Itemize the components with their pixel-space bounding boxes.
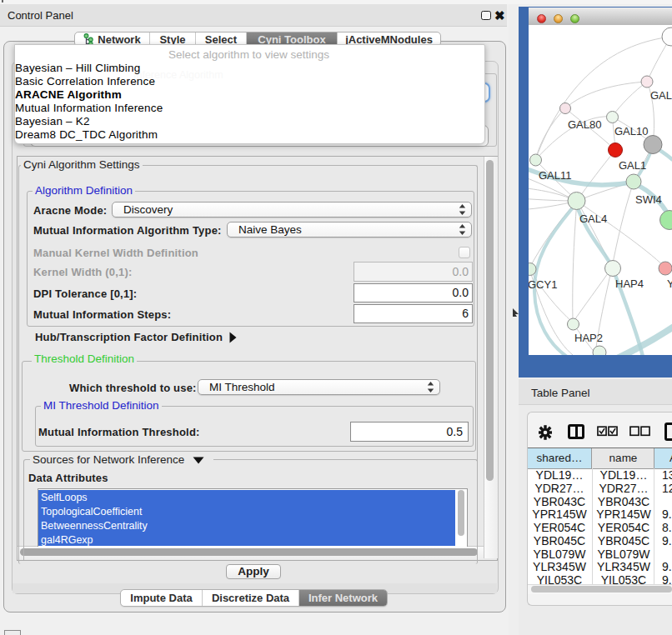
svg-text:GAL1: GAL1 <box>619 159 646 172</box>
svg-text:GAL7: GAL7 <box>650 89 672 102</box>
svg-text:GCY1: GCY1 <box>529 278 557 291</box>
svg-text:GAL10: GAL10 <box>614 125 648 138</box>
svg-text:HAP4: HAP4 <box>615 278 644 290</box>
svg-text:GAL4: GAL4 <box>579 212 607 225</box>
svg-text:GAL11: GAL11 <box>539 169 572 182</box>
svg-text:SWI4: SWI4 <box>635 193 662 206</box>
svg-text:GAL80: GAL80 <box>568 118 601 131</box>
svg-text:Y: Y <box>667 278 672 290</box>
svg-text:HAP2: HAP2 <box>574 332 603 344</box>
